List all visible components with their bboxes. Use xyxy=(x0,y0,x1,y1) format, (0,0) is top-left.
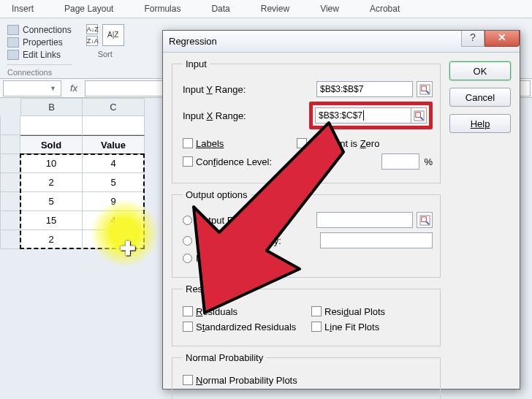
y-range-input[interactable]: $B$3:$B$7 xyxy=(316,81,413,97)
new-workbook-radio[interactable] xyxy=(183,254,192,263)
row-header[interactable] xyxy=(0,173,20,192)
cell[interactable]: 2 xyxy=(20,230,83,249)
edit-links-button[interactable]: Edit Links xyxy=(7,49,72,61)
sort-large-icon[interactable]: A|Z xyxy=(102,24,124,46)
cell[interactable]: 5 xyxy=(83,173,145,192)
residual-plots-checkbox[interactable] xyxy=(311,306,322,316)
output-options-label: Output options xyxy=(183,189,251,200)
cell[interactable]: 4 xyxy=(83,211,145,230)
sort-desc-icon[interactable]: Z↓A xyxy=(86,36,98,46)
fx-label[interactable]: fx xyxy=(64,83,83,94)
y-range-picker-icon[interactable] xyxy=(417,81,433,97)
row-header[interactable] xyxy=(0,192,20,211)
input-group-label: Input xyxy=(183,58,210,69)
dialog-titlebar[interactable]: Regression ? ✕ xyxy=(163,31,520,53)
help-button[interactable]: Help xyxy=(449,114,511,133)
row-header[interactable] xyxy=(0,154,20,173)
x-range-picker-icon[interactable] xyxy=(411,107,427,123)
std-residuals-checkbox[interactable] xyxy=(183,322,193,332)
confidence-input[interactable] xyxy=(381,153,419,170)
sort-asc-icon[interactable]: A↓Z xyxy=(86,24,98,34)
cell[interactable]: 5 xyxy=(20,192,83,211)
confidence-checkbox[interactable] xyxy=(183,156,193,167)
constant-zero-checkbox[interactable] xyxy=(297,138,307,148)
col-header-b[interactable]: B xyxy=(20,98,83,116)
cell[interactable]: 4 xyxy=(83,154,145,173)
constant-zero-label: Constant is Zero xyxy=(310,138,379,149)
y-range-label: Input Y Range: xyxy=(183,84,292,95)
tab-insert[interactable]: Insert xyxy=(7,1,38,16)
cell[interactable]: 10 xyxy=(20,154,83,173)
input-group: Input Input Y Range: $B$3:$B$7 Input X R… xyxy=(172,58,441,183)
sort-label: Sort xyxy=(86,50,124,58)
properties-button[interactable]: Properties xyxy=(7,37,72,48)
confidence-unit: % xyxy=(424,156,433,167)
row-header[interactable] xyxy=(0,116,20,135)
connections-button[interactable]: Connections xyxy=(7,24,72,36)
x-range-highlight: $B$3:$C$7 xyxy=(309,102,433,129)
connections-group: Connections Properties Edit Links Connec… xyxy=(7,24,72,77)
help-window-button[interactable]: ? xyxy=(461,31,484,47)
close-window-button[interactable]: ✕ xyxy=(484,31,520,47)
normal-probability-group: Normal Probability Normal Probability Pl… xyxy=(172,352,441,399)
ribbon-tabs: Insert Page Layout Formulas Data Review … xyxy=(0,0,532,18)
confidence-label: Confidence Level: xyxy=(196,156,272,167)
output-range-radio[interactable] xyxy=(183,216,192,225)
header-sold[interactable]: Sold xyxy=(20,135,83,154)
tab-page-layout[interactable]: Page Layout xyxy=(60,1,118,16)
row-headers xyxy=(0,116,20,249)
name-box-dropdown-icon[interactable]: ▼ xyxy=(50,85,56,92)
cell[interactable]: 9 xyxy=(83,192,145,211)
row-header[interactable] xyxy=(0,135,20,154)
header-value[interactable]: Value xyxy=(83,135,145,154)
cell[interactable]: 2 xyxy=(20,173,83,192)
labels-checkbox[interactable] xyxy=(183,138,193,148)
ok-button[interactable]: OK xyxy=(449,61,511,80)
tab-review[interactable]: Review xyxy=(256,1,294,16)
residuals-group: Residuals Residuals Residual Plots Stand… xyxy=(172,284,441,346)
x-range-label: Input X Range: xyxy=(183,110,292,121)
name-box[interactable]: ▼ xyxy=(3,80,61,96)
cell[interactable] xyxy=(83,230,145,249)
normal-probability-label: Normal Probability xyxy=(183,352,266,363)
cancel-button[interactable]: Cancel xyxy=(449,88,511,107)
row-header[interactable] xyxy=(0,211,20,230)
normal-prob-checkbox[interactable] xyxy=(183,375,193,385)
x-range-input[interactable]: $B$3:$C$7 xyxy=(315,107,411,123)
tab-data[interactable]: Data xyxy=(207,1,234,16)
output-range-label: O xyxy=(196,215,203,226)
edit-links-icon xyxy=(7,50,19,60)
residuals-group-label: Residuals xyxy=(183,284,230,294)
connections-group-label: Connections xyxy=(7,64,72,77)
properties-icon xyxy=(7,37,19,48)
new-worksheet-radio[interactable] xyxy=(183,236,192,246)
residuals-checkbox[interactable] xyxy=(183,306,193,316)
cell-grid[interactable]: Sold Value 104 25 59 154 2 ✚ xyxy=(20,116,145,249)
line-fit-checkbox[interactable] xyxy=(311,322,322,332)
regression-dialog: Regression ? ✕ Input Input Y Range: $B$3… xyxy=(162,30,520,390)
cell[interactable]: 15 xyxy=(20,211,83,230)
sort-filter-group: A↓Z Z↓A A|Z Sort xyxy=(86,24,124,77)
connections-icon xyxy=(7,25,19,35)
dialog-title: Regression xyxy=(169,36,217,47)
dialog-buttons: OK Cancel Help xyxy=(449,58,511,383)
output-options-group: Output options Output Range: New Workshe… xyxy=(172,189,441,278)
output-range-input[interactable] xyxy=(316,212,413,228)
tab-view[interactable]: View xyxy=(316,1,343,16)
tab-formulas[interactable]: Formulas xyxy=(140,1,185,16)
col-header-c[interactable]: C xyxy=(83,98,145,116)
row-header[interactable] xyxy=(0,230,20,249)
output-range-picker-icon[interactable] xyxy=(417,212,433,228)
dialog-form: Input Input Y Range: $B$3:$B$7 Input X R… xyxy=(172,58,441,383)
new-worksheet-input[interactable] xyxy=(320,232,433,248)
labels-cb-label: Labels xyxy=(196,138,224,149)
tab-acrobat[interactable]: Acrobat xyxy=(365,1,404,16)
